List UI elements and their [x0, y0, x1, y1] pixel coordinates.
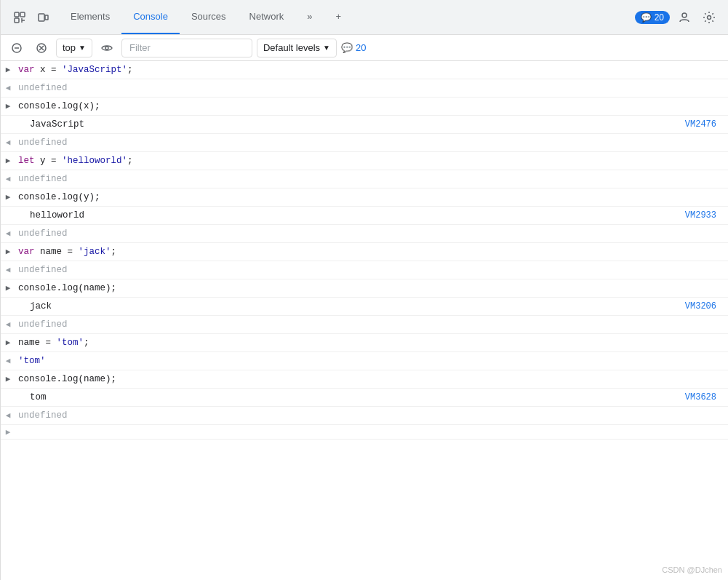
message-count-badge[interactable]: 💬 20: [341, 42, 366, 53]
return-icon: [1, 126, 15, 127]
return-icon: ▶: [1, 426, 15, 437]
row-content: undefined: [15, 408, 722, 423]
console-output[interactable]: ▶var x = 'JavaScript';◀undefined▶console…: [1, 61, 728, 580]
row-content: console.log(x);: [15, 99, 722, 114]
device-toggle-icon[interactable]: [33, 7, 53, 28]
expand-icon[interactable]: ▶: [1, 191, 15, 202]
filter-input[interactable]: [121, 39, 252, 57]
tab-console[interactable]: Console: [121, 0, 180, 34]
console-row: ◀undefined: [1, 316, 728, 334]
return-icon: ◀: [1, 173, 15, 183]
return-icon: ◀: [1, 264, 15, 274]
tab-bar: Elements Console Sources Network » + 💬 2…: [1, 0, 728, 35]
message-count-icon: 💬: [341, 42, 353, 53]
console-row: ◀undefined: [1, 79, 728, 98]
row-content: tom: [15, 390, 685, 405]
tab-elements[interactable]: Elements: [59, 0, 121, 34]
return-icon: [1, 308, 15, 309]
badge-icon: 💬: [641, 12, 652, 23]
console-row: ◀undefined: [1, 170, 728, 188]
svg-rect-4: [45, 15, 48, 20]
console-row: ◀undefined: [1, 407, 728, 425]
expand-icon[interactable]: ▶: [1, 282, 15, 293]
levels-label: Default levels: [263, 42, 320, 53]
row-content: console.log(name);: [15, 281, 722, 295]
expand-icon[interactable]: ▶: [1, 64, 15, 74]
console-row: jackVM3206: [1, 298, 728, 316]
row-content: undefined: [15, 172, 722, 186]
expand-icon[interactable]: ▶: [1, 373, 15, 384]
source-link[interactable]: VM3206: [685, 301, 722, 311]
inspect-element-icon[interactable]: [9, 7, 30, 28]
return-icon: [1, 399, 15, 400]
row-content: undefined: [15, 263, 722, 277]
row-content: undefined: [15, 317, 722, 332]
source-link[interactable]: VM2933: [685, 210, 722, 221]
svg-rect-0: [15, 12, 19, 17]
console-row: helloworldVM2933: [1, 207, 728, 225]
clear-console-button[interactable]: [7, 38, 27, 58]
console-row: ◀undefined: [1, 225, 728, 243]
badge-count: 20: [655, 12, 664, 23]
eye-icon-button[interactable]: [97, 38, 117, 58]
watermark: CSDN @DJchen: [662, 565, 722, 574]
console-row: ▶console.log(y);: [1, 188, 728, 207]
expand-icon[interactable]: ▶: [1, 246, 15, 256]
row-content: var x = 'JavaScript';: [15, 63, 722, 77]
return-icon: ◀: [1, 355, 15, 365]
levels-dropdown-icon: ▼: [323, 44, 330, 52]
row-content: helloworld: [15, 208, 685, 223]
row-content: console.log(name);: [15, 372, 722, 386]
row-content: 'tom': [15, 354, 722, 368]
return-icon: ◀: [1, 228, 15, 238]
console-row: ▶var x = 'JavaScript';: [1, 61, 728, 79]
console-toolbar: top ▼ Default levels ▼ 💬 20: [1, 35, 728, 61]
console-row: ▶name = 'tom';: [1, 334, 728, 352]
svg-point-6: [708, 15, 711, 19]
return-icon: [1, 217, 15, 218]
tab-items: Elements Console Sources Network » +: [59, 0, 629, 34]
console-row: ◀'tom': [1, 352, 728, 370]
expand-icon[interactable]: ▶: [1, 337, 15, 347]
message-count-number: 20: [356, 42, 366, 53]
row-content: let y = 'helloworld';: [15, 154, 722, 168]
row-content: var name = 'jack';: [15, 245, 722, 259]
tab-network[interactable]: Network: [238, 0, 296, 34]
console-row: ◀undefined: [1, 261, 728, 279]
expand-icon[interactable]: ▶: [1, 155, 15, 165]
console-row: JavaScriptVM2476: [1, 116, 728, 134]
tab-sources[interactable]: Sources: [180, 0, 238, 34]
console-row: ▶console.log(x);: [1, 98, 728, 116]
settings-icon[interactable]: [699, 7, 719, 28]
levels-selector[interactable]: Default levels ▼: [257, 39, 337, 57]
row-content: name = 'tom';: [15, 335, 722, 350]
tab-bar-right: 💬 20: [629, 7, 725, 28]
svg-rect-3: [39, 14, 44, 21]
console-row: ▶: [1, 425, 728, 440]
tab-more[interactable]: »: [295, 0, 324, 34]
svg-rect-1: [20, 12, 25, 17]
context-dropdown-icon: ▼: [79, 44, 86, 52]
console-row: ▶var name = 'jack';: [1, 243, 728, 261]
source-link[interactable]: VM2476: [685, 119, 722, 130]
source-link[interactable]: VM3628: [685, 392, 722, 402]
return-icon: ◀: [1, 82, 15, 92]
person-icon[interactable]: [674, 7, 695, 28]
message-badge[interactable]: 💬 20: [635, 11, 670, 24]
svg-point-5: [682, 13, 687, 17]
context-selector[interactable]: top ▼: [56, 39, 92, 57]
row-content: undefined: [15, 226, 722, 241]
context-label: top: [63, 42, 76, 53]
expand-icon[interactable]: ▶: [1, 100, 15, 111]
no-filter-button[interactable]: [31, 38, 52, 58]
devtools-panel: Elements Console Sources Network » + 💬 2…: [0, 0, 728, 580]
console-row: ▶let y = 'helloworld';: [1, 152, 728, 170]
row-content: undefined: [15, 135, 722, 150]
row-content: JavaScript: [15, 117, 685, 132]
row-content: jack: [15, 299, 685, 314]
console-row: ◀undefined: [1, 134, 728, 152]
return-icon: ◀: [1, 410, 15, 420]
devtools-icons: [4, 7, 59, 28]
return-icon: ◀: [1, 319, 15, 329]
tab-add[interactable]: +: [324, 0, 353, 34]
